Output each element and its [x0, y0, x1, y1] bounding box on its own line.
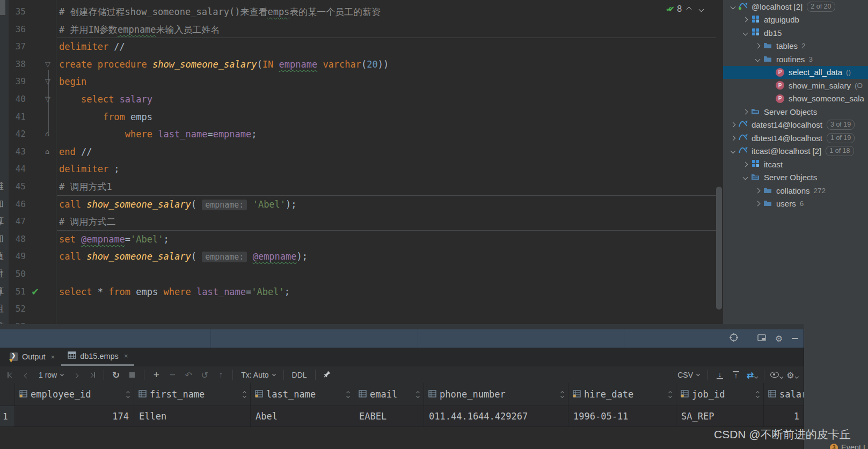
- column-header-job_id[interactable]: job_id: [676, 383, 764, 406]
- column-header-salary[interactable]: salary: [764, 383, 804, 406]
- tool-window-header[interactable]: ⚙: [0, 329, 804, 348]
- editor-scrollbar[interactable]: [716, 187, 722, 310]
- tree-item-show-min-salary[interactable]: Pshow_min_salary(O: [723, 79, 868, 92]
- tree-item-select-all-data[interactable]: Pselect_all_data(): [723, 66, 868, 79]
- toolbar-nav-first-button[interactable]: [3, 368, 17, 382]
- toolbar-arrow-up-button[interactable]: ↑: [214, 368, 228, 382]
- code-line[interactable]: select salary: [59, 91, 152, 108]
- cell-employee_id[interactable]: 174: [15, 406, 134, 426]
- toolbar-plus-button[interactable]: +: [149, 368, 163, 382]
- minimize-icon[interactable]: [792, 338, 798, 339]
- navigation-wheel-icon[interactable]: [729, 335, 739, 344]
- fold-marker-icon[interactable]: ▽: [45, 91, 50, 108]
- chevron-right-icon[interactable]: [753, 189, 762, 193]
- code-line[interactable]: end //: [59, 143, 92, 161]
- chevron-down-icon[interactable]: [728, 5, 738, 9]
- sort-toggle[interactable]: [243, 392, 247, 398]
- dock-window-icon[interactable]: [757, 334, 766, 343]
- code-line[interactable]: where last_name=empname;: [59, 126, 257, 143]
- code-line[interactable]: delimiter //: [59, 38, 125, 56]
- tree-item-datest14-localhost[interactable]: datest14@localhost3 of 19: [723, 119, 868, 132]
- toolbar-sync-button[interactable]: ⇄: [745, 368, 759, 382]
- code-line[interactable]: # 并用IN参数empname来输入员工姓名: [59, 21, 220, 39]
- cell-phone_number[interactable]: 011.44.1644.429267: [424, 406, 568, 426]
- sort-toggle[interactable]: [561, 392, 565, 398]
- toolbar-nav-last-button[interactable]: [85, 368, 99, 382]
- inspection-widget[interactable]: ✔✔ 8: [666, 3, 703, 15]
- sort-toggle[interactable]: [127, 392, 130, 398]
- chevron-right-icon[interactable]: [741, 163, 750, 166]
- import-data-icon[interactable]: ↑: [733, 371, 739, 379]
- tab-output[interactable]: ❯▼Output×: [3, 348, 61, 366]
- fold-marker-icon[interactable]: ▽: [45, 56, 50, 73]
- toolbar-revert-button[interactable]: ↺: [198, 368, 211, 382]
- undo-icon[interactable]: ↶: [185, 370, 192, 380]
- code-line[interactable]: select * from emps where last_name='Abel…: [59, 283, 290, 301]
- fold-marker-icon[interactable]: ⌂: [45, 126, 49, 143]
- chevron-down-icon[interactable]: [741, 31, 750, 35]
- export-data-icon[interactable]: ↓: [717, 371, 723, 379]
- chevron-right-icon[interactable]: [753, 202, 762, 205]
- tree-item-users[interactable]: users6: [723, 197, 868, 211]
- toolbar-tx-auto-button[interactable]: Tx: Auto: [237, 371, 279, 379]
- pin-icon[interactable]: [323, 370, 331, 380]
- first-page-icon[interactable]: [8, 372, 13, 378]
- cell-salary[interactable]: 1: [764, 406, 804, 426]
- close-icon[interactable]: ×: [51, 353, 55, 361]
- refresh-icon[interactable]: ↻: [112, 370, 120, 380]
- toolbar-download-button[interactable]: ↓: [713, 368, 727, 382]
- code-line[interactable]: delimiter ;: [59, 160, 120, 178]
- chevron-right-icon[interactable]: [741, 18, 750, 21]
- tree-item-tables[interactable]: tables2: [723, 40, 868, 53]
- chevron-right-icon[interactable]: [728, 136, 738, 140]
- code-line[interactable]: # 调用方式二: [59, 213, 115, 231]
- toolbar-minus-button[interactable]: −: [165, 368, 179, 382]
- tree-item-db15[interactable]: db15: [723, 26, 868, 40]
- chevron-right-icon[interactable]: [741, 110, 750, 114]
- sort-toggle[interactable]: [756, 392, 760, 398]
- compare-icon[interactable]: ⇄: [747, 370, 754, 380]
- chevron-down-icon[interactable]: [728, 149, 738, 153]
- tree-item-atguigudb[interactable]: atguigudb: [723, 13, 868, 27]
- tree-item--localhost-2-[interactable]: @localhost [2]2 of 20: [723, 0, 868, 13]
- gear-icon[interactable]: ⚙: [786, 370, 794, 380]
- cell-job_id[interactable]: SA_REP: [676, 406, 764, 426]
- add-row-icon[interactable]: +: [154, 369, 159, 381]
- column-header-hire_date[interactable]: hire_date: [568, 383, 676, 406]
- tree-item-itcast[interactable]: itcast: [723, 158, 868, 171]
- code-line[interactable]: from emps: [59, 108, 152, 126]
- toolbar-ddl-button[interactable]: DDL: [288, 371, 311, 379]
- chevron-right-icon[interactable]: [728, 123, 738, 127]
- event-log-widget[interactable]: 3 Event L: [830, 443, 867, 449]
- column-header-phone_number[interactable]: phone_number: [424, 383, 568, 406]
- toolbar-1-row-button[interactable]: 1 row: [34, 371, 68, 379]
- cell-first_name[interactable]: Ellen: [134, 406, 251, 426]
- next-page-icon[interactable]: [74, 371, 78, 379]
- cell-hire_date[interactable]: 1996-05-11: [568, 406, 676, 426]
- column-header-last_name[interactable]: last_name: [251, 383, 354, 406]
- tree-item-collations[interactable]: collations272: [723, 184, 868, 197]
- code-line[interactable]: create procedure show_someone_salary(IN …: [59, 56, 389, 73]
- sort-toggle[interactable]: [417, 392, 420, 398]
- tab-db15-emps[interactable]: db15.emps×: [61, 348, 134, 366]
- toolbar-stop-button[interactable]: [125, 368, 139, 382]
- toolbar-nav-prev-button[interactable]: [19, 368, 33, 382]
- gear-icon[interactable]: ⚙: [775, 334, 783, 344]
- toolbar-undo-button[interactable]: ↶: [181, 368, 195, 382]
- code-line[interactable]: # 创建存储过程show_someone_salary()来查看emps表的某一…: [59, 3, 381, 21]
- sort-toggle[interactable]: [347, 392, 351, 398]
- view-options-icon[interactable]: [770, 371, 779, 379]
- toolbar-eye-button[interactable]: [769, 368, 783, 382]
- fold-marker-icon[interactable]: ▽: [45, 73, 50, 91]
- toolbar-pin-button[interactable]: [320, 368, 334, 382]
- delete-row-icon[interactable]: −: [170, 369, 176, 381]
- cell-last_name[interactable]: Abel: [251, 406, 354, 426]
- prev-problem-icon[interactable]: [687, 6, 692, 12]
- chevron-down-icon[interactable]: [753, 57, 762, 61]
- sort-toggle[interactable]: [669, 392, 673, 398]
- toolbar-refresh-button[interactable]: ↻: [109, 368, 123, 382]
- tree-item-routines[interactable]: routines3: [723, 53, 868, 66]
- tree-item-itcast-localhost-2-[interactable]: itcast@localhost [2]1 of 18: [723, 145, 868, 158]
- toolbar-csv-button[interactable]: CSV: [673, 371, 704, 379]
- fold-marker-icon[interactable]: ⌂: [45, 143, 49, 161]
